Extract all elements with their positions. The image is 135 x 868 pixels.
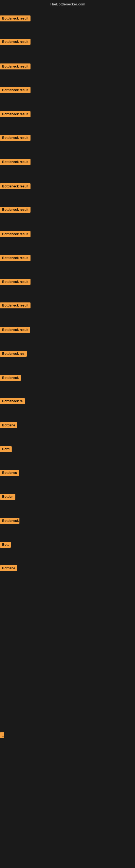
- site-title: TheBottlenecker.com: [50, 2, 85, 6]
- list-item: Bottleneck result: [0, 135, 31, 142]
- list-item: Bottleneck result: [0, 111, 31, 118]
- bottleneck-badge: Bottleneck result: [0, 63, 31, 69]
- list-item: Bottleneck result: [0, 231, 31, 238]
- bottleneck-badge: Bottleneck result: [0, 183, 31, 189]
- list-item: Bottleneck result: [0, 207, 31, 214]
- list-item: Bottleneck result: [0, 183, 31, 190]
- bottleneck-badge: Bottleneck result: [0, 16, 31, 22]
- bottleneck-badge: Bottlene: [0, 422, 17, 428]
- bottleneck-badge: Bottlen: [0, 494, 15, 500]
- list-item: Bottlene: [0, 565, 17, 572]
- site-header: TheBottlenecker.com: [0, 0, 135, 7]
- bottleneck-badge: Bottleneck result: [0, 39, 31, 45]
- list-item: Bottleneck: [0, 518, 19, 525]
- list-item: Bottleneck result: [0, 327, 30, 334]
- list-item: Bottleneck: [0, 375, 21, 382]
- list-item: Bottleneck result: [0, 159, 31, 166]
- list-item: Bott: [0, 542, 11, 549]
- bottleneck-badge: Bottleneck result: [0, 327, 30, 333]
- bottleneck-badge: Bottlenec: [0, 470, 19, 476]
- bottleneck-badge: Bottleneck re: [0, 398, 25, 404]
- bottleneck-badge: Bottlene: [0, 565, 17, 571]
- list-item: Bottlen: [0, 494, 15, 501]
- bottleneck-badge: Bottl: [0, 446, 12, 452]
- list-item: Bottleneck res: [0, 351, 27, 358]
- bottleneck-badge: Bottleneck result: [0, 255, 31, 261]
- bottleneck-badge: Bottleneck: [0, 375, 21, 381]
- bottleneck-badge: Bottleneck result: [0, 231, 31, 237]
- list-item: Bottleneck result: [0, 39, 31, 46]
- list-item: Bottleneck re: [0, 398, 25, 405]
- bottleneck-badge: Bottleneck result: [0, 135, 31, 141]
- bottleneck-badge: Bottleneck res: [0, 351, 27, 357]
- bottleneck-badge: Bottleneck result: [0, 159, 31, 165]
- list-item: Bottleneck result: [0, 16, 31, 23]
- list-item: Bottlenec: [0, 470, 19, 477]
- bottleneck-badge: Bottleneck result: [0, 279, 31, 285]
- bottleneck-badge: Bottleneck: [0, 518, 19, 524]
- bottleneck-badge: Bottleneck result: [0, 111, 31, 117]
- list-item: ...: [0, 733, 4, 739]
- list-item: Bottleneck result: [0, 279, 31, 286]
- list-item: Bottleneck result: [0, 255, 31, 262]
- bottleneck-badge: ...: [0, 733, 4, 738]
- bottleneck-badge: Bottleneck result: [0, 207, 31, 213]
- list-item: Bottleneck result: [0, 63, 31, 70]
- bottleneck-badge: Bott: [0, 542, 11, 548]
- list-item: Bottleneck result: [0, 87, 31, 94]
- list-item: Bottlene: [0, 422, 17, 429]
- bottleneck-badge: Bottleneck result: [0, 87, 31, 93]
- bottleneck-badge: Bottleneck result: [0, 303, 31, 308]
- list-item: Bottleneck result: [0, 303, 31, 310]
- list-item: Bottl: [0, 446, 12, 453]
